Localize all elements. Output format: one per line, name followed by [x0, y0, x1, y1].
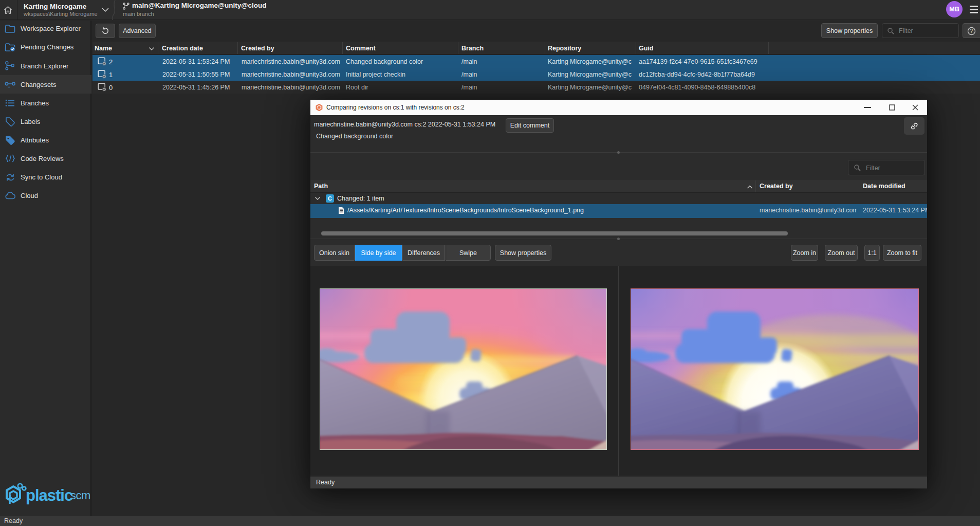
svg-text:scm: scm [70, 489, 90, 502]
svg-text:?: ? [970, 28, 973, 34]
svg-text:plastic: plastic [26, 486, 73, 504]
